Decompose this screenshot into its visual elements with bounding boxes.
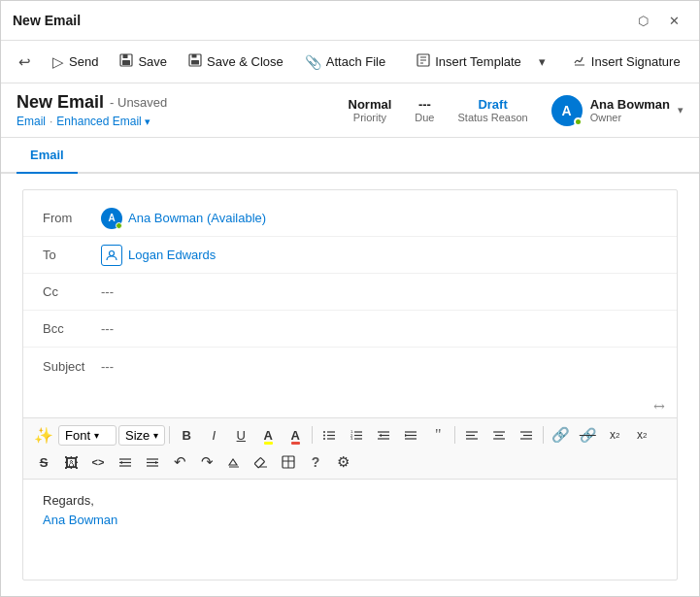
back-button[interactable]: ↩ (9, 49, 41, 76)
rtl-button[interactable] (113, 449, 138, 475)
from-avatar: A (101, 208, 122, 229)
breadcrumb-enhanced-email[interactable]: Enhanced Email ▾ (56, 115, 150, 128)
breadcrumb-chevron-icon: ▾ (145, 116, 150, 128)
owner-role: Owner (590, 112, 670, 123)
editor-sep-4 (543, 426, 544, 444)
font-color-button[interactable]: A (283, 422, 308, 448)
subject-value[interactable]: --- (101, 359, 657, 374)
redo-button[interactable]: ↷ (194, 449, 219, 475)
owner-info: Ana Bowman Owner (590, 97, 670, 123)
priority-label: Priority (353, 112, 386, 123)
close-icon[interactable]: ✕ (660, 7, 687, 34)
font-chevron-icon: ▾ (94, 430, 99, 441)
to-value: Logan Edwards (101, 245, 657, 266)
italic-button[interactable]: I (201, 422, 226, 448)
insert-template-dropdown[interactable]: ▾ (533, 50, 551, 74)
superscript-button[interactable]: x2 (602, 422, 627, 448)
save-close-button[interactable]: Save & Close (179, 49, 293, 75)
subject-label: Subject (43, 359, 101, 374)
popout-icon[interactable]: ⬡ (629, 7, 656, 34)
attach-button[interactable]: 📎 Attach File (295, 50, 395, 75)
subscript-button[interactable]: x2 (629, 422, 654, 448)
from-field-row: From A Ana Bowman (Available) (23, 200, 677, 237)
title-bar-icons: ⬡ ✕ (629, 7, 687, 34)
send-button[interactable]: ▷ Send (43, 49, 108, 76)
editor-sep-2 (312, 426, 313, 444)
bcc-value[interactable]: --- (101, 321, 657, 336)
from-value-text[interactable]: Ana Bowman (Available) (128, 211, 266, 225)
svg-point-12 (323, 431, 325, 433)
insert-template-button[interactable]: Insert Template (407, 49, 531, 75)
svg-rect-5 (191, 60, 199, 65)
html-source-button[interactable]: <> (85, 449, 111, 475)
image-button[interactable]: 🖼 (58, 449, 83, 475)
from-label: From (43, 211, 101, 225)
to-label: To (43, 248, 101, 262)
insert-signature-button[interactable]: Insert Signature (563, 49, 690, 75)
expand-icon[interactable]: ⤡ (650, 396, 669, 415)
email-fields: From A Ana Bowman (Available) To (23, 190, 677, 394)
svg-text:3.: 3. (350, 436, 353, 441)
svg-rect-1 (123, 54, 128, 58)
from-status-dot (116, 222, 122, 229)
bcc-field-row: Bcc --- (23, 311, 677, 348)
highlight-button[interactable]: A (255, 422, 281, 448)
align-center-button[interactable] (486, 422, 512, 448)
strikethrough-button[interactable]: S (31, 449, 56, 475)
blockquote-button[interactable]: " (425, 422, 450, 448)
size-select[interactable]: Size ▾ (118, 425, 165, 446)
editor-sep-3 (454, 426, 455, 444)
indent-button[interactable] (398, 422, 423, 448)
ai-button[interactable]: ✨ (31, 422, 56, 448)
owner-section[interactable]: A Ana Bowman Owner ▾ (551, 95, 683, 126)
settings-button[interactable]: ⚙ (330, 449, 355, 475)
underline-button[interactable]: U (228, 422, 253, 448)
record-header: New Email - Unsaved Email · Enhanced Ema… (1, 83, 699, 138)
breadcrumb-email[interactable]: Email (17, 115, 46, 128)
ltr-button[interactable] (140, 449, 165, 475)
due-field: --- Due (415, 97, 434, 123)
insert-template-icon (417, 53, 430, 70)
font-select[interactable]: Font ▾ (58, 425, 117, 446)
svg-rect-2 (122, 60, 130, 65)
breadcrumb-separator: · (50, 115, 52, 128)
more-options-button[interactable]: ⋮ (692, 48, 700, 76)
link-button[interactable]: 🔗 (548, 422, 573, 448)
cc-value[interactable]: --- (101, 284, 657, 299)
ol-button[interactable]: 1.2.3. (344, 422, 369, 448)
expand-area: ⤡ (23, 394, 677, 417)
undo-button[interactable]: ↶ (167, 449, 192, 475)
svg-rect-46 (254, 457, 265, 468)
tabs-bar: Email (1, 138, 699, 174)
email-window: New Email ⬡ ✕ ↩ ▷ Send Save (0, 0, 700, 597)
tab-email[interactable]: Email (17, 138, 78, 174)
svg-rect-4 (192, 54, 197, 58)
bold-button[interactable]: B (174, 422, 199, 448)
svg-point-11 (110, 250, 115, 255)
help-button[interactable]: ? (303, 449, 328, 475)
record-unsaved: - Unsaved (110, 95, 167, 110)
record-title: New Email - Unsaved (17, 92, 167, 113)
unlink-button[interactable]: 🔗 (575, 422, 600, 448)
signature-line2: Ana Bowman (43, 511, 657, 530)
editor-content[interactable]: Regards, Ana Bowman (23, 480, 677, 580)
outdent-button[interactable] (371, 422, 396, 448)
to-value-text[interactable]: Logan Edwards (128, 248, 216, 262)
editor-area: ✨ Font ▾ Size ▾ B I U (23, 417, 677, 580)
bcc-label: Bcc (43, 321, 101, 336)
table-button[interactable] (276, 449, 301, 475)
eraser-button[interactable] (249, 449, 274, 475)
ul-button[interactable] (317, 422, 342, 448)
svg-point-14 (323, 435, 325, 437)
cc-label: Cc (43, 284, 101, 299)
align-right-button[interactable] (514, 422, 539, 448)
record-name: New Email (17, 92, 104, 113)
chevron-down-icon: ▾ (539, 54, 546, 69)
save-close-icon (188, 53, 202, 70)
to-field-row: To Logan Edwards (23, 237, 677, 274)
insert-signature-icon (573, 53, 586, 70)
clear-button[interactable] (221, 449, 247, 475)
save-button[interactable]: Save (110, 49, 177, 75)
editor-toolbar: ✨ Font ▾ Size ▾ B I U (23, 418, 677, 480)
align-left-button[interactable] (459, 422, 484, 448)
